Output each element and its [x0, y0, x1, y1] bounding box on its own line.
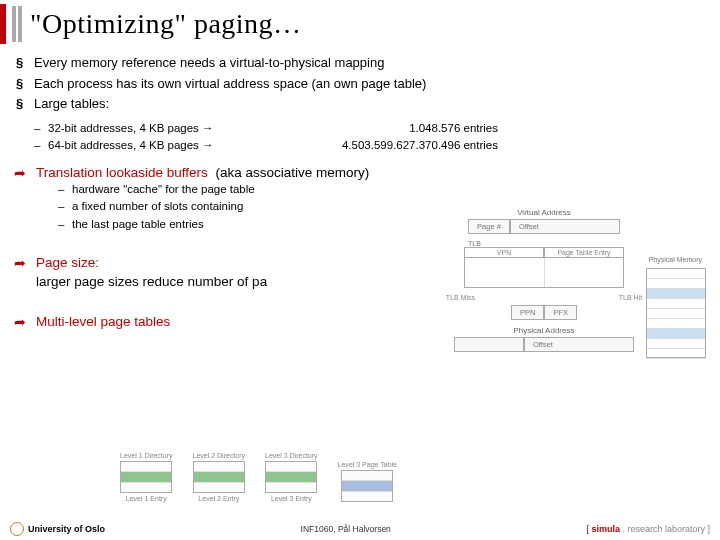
tlb-col-vpn: VPN [464, 247, 544, 258]
simula-rest: . research laboratory ] [620, 524, 710, 534]
ml-label: Level 1 Directory [120, 452, 173, 459]
entries-count: 1.048.576 entries [328, 121, 498, 137]
tlb-head: Translation lookaside buffers [36, 165, 208, 180]
va-page-cell: Page # [468, 219, 510, 234]
va-title: Virtual Address [374, 208, 714, 217]
ml-label: Level 3 Page Table [338, 461, 397, 468]
multilevel-label: Multi-level page tables [36, 314, 170, 329]
tlb-label: TLB [464, 240, 624, 247]
uio-logo-icon [10, 522, 24, 536]
multilevel-diagram: Level 1 Directory Level 1 Entry Level 2 … [120, 452, 397, 502]
ppn-cell: PPN [511, 305, 544, 320]
pa-offset-cell: Offset [524, 337, 634, 352]
slide-title: "Optimizing" paging… [30, 8, 302, 40]
footer-center: INF1060, Pål Halvorsen [301, 524, 391, 534]
va-offset-cell: Offset [510, 219, 620, 234]
title-bar: "Optimizing" paging… [0, 0, 720, 54]
ml-box [120, 461, 172, 493]
bullet-item: Large tables: [14, 95, 706, 113]
ml-box [265, 461, 317, 493]
tlb-paren: (aka associative memory) [215, 165, 369, 180]
ml-box [193, 461, 245, 493]
main-bullets: Every memory reference needs a virtual-t… [14, 54, 706, 113]
pagesize-head: Page size: [36, 255, 99, 270]
ml-entry-label: Level 2 Entry [198, 495, 239, 502]
entries-count: 4.503.599.627.370.496 entries [328, 138, 498, 154]
footer: University of Oslo INF1060, Pål Halvorse… [0, 522, 720, 536]
pfx-cell: PFX [544, 305, 577, 320]
uio-brand: University of Oslo [10, 522, 105, 536]
addr-spec: 64-bit addresses, 4 KB pages → [48, 138, 328, 154]
title-decor-bars [12, 6, 22, 42]
sub-item: 32-bit addresses, 4 KB pages →1.048.576 … [34, 121, 706, 137]
addr-spec: 32-bit addresses, 4 KB pages → [48, 121, 328, 137]
phys-mem-title: Physical Memory [649, 256, 702, 263]
ml-entry-label: Level 3 Entry [271, 495, 312, 502]
tlb-box: TLB VPN Page Table Entry [464, 240, 624, 288]
bullet-item: Every memory reference needs a virtual-t… [14, 54, 706, 72]
ml-label: Level 2 Directory [193, 452, 246, 459]
simula-name: simula [591, 524, 620, 534]
physical-memory-box [646, 268, 706, 358]
sub-item: 64-bit addresses, 4 KB pages →4.503.599.… [34, 138, 706, 154]
ml-box [341, 470, 393, 502]
uio-text: University of Oslo [28, 524, 105, 534]
title-accent [0, 4, 6, 44]
pagesize-line: larger page sizes reduce number of pa [36, 274, 267, 289]
ml-entry-label: Level 1 Entry [126, 495, 167, 502]
bullet-item: Each process has its own virtual address… [14, 75, 706, 93]
tlb-miss-label: TLB Miss [446, 294, 475, 301]
simula-brand: [ simula . research laboratory ] [586, 524, 710, 534]
tlb-col-pte: Page Table Entry [544, 247, 624, 258]
va-row: Page # Offset [374, 219, 714, 234]
sub2-item: hardware "cache" for the page table [58, 182, 706, 198]
table-size-sublist: 32-bit addresses, 4 KB pages →1.048.576 … [34, 121, 706, 154]
ml-label: Level 3 Directory [265, 452, 318, 459]
pa-ppn-cell [454, 337, 524, 352]
tlb-diagram: Virtual Address Page # Offset TLB VPN Pa… [374, 208, 714, 398]
tlb-hit-label: TLB Hit [619, 294, 642, 301]
